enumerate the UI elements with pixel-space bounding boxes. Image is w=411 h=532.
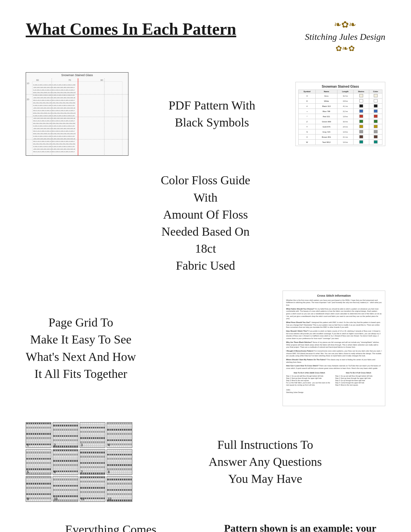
cross-stitch-grid: Snowman Stained Glass // Rendered via in… — [26, 72, 128, 156]
thumb-pattern — [26, 449, 51, 475]
thumb-pattern — [107, 449, 132, 475]
bottom-section: Everything ComesTogether On Last PageWhe… — [26, 521, 385, 532]
thumb-number: 1 — [27, 443, 29, 447]
color-swatch — [359, 115, 363, 118]
svg-text:+X#O+X#O+X#O+X#O+X#O+X#O+X#O+X: +X#O+X#O+X#O+X#O+X#O+X#O+X#O+X#O+X#O+X#O… — [33, 148, 75, 150]
thumbnails-grid: 123456789101112 — [26, 422, 132, 502]
thumb-number: 12 — [108, 497, 111, 501]
last-page-text: Everything ComesTogether On Last PageWhe… — [26, 521, 196, 532]
thumb-cell — [76, 499, 78, 501]
thumbnail: 11 — [80, 476, 105, 502]
floss-row: +Blue 7982.2 m — [299, 109, 382, 114]
thumbnail: 3 — [80, 422, 105, 448]
thumb-number: 3 — [81, 443, 83, 447]
thumb-pattern — [80, 423, 105, 448]
color-swatch — [374, 120, 378, 123]
col-skeins: Skeins — [353, 90, 369, 93]
thumb-pattern — [26, 476, 51, 501]
thumbnail: 9 — [26, 476, 51, 502]
svg-text:+X#O+X#O+X#O+X#O+X#O+X#O+X#O+X: +X#O+X#O+X#O+X#O+X#O+X#O+X#O+X#O+X#O+X#O… — [33, 118, 75, 119]
floss-guide-preview-title: Snowman Stained Glass — [298, 85, 382, 88]
svg-text:X#X+X+#X+X+X#X+X+X#X+X+X#X+X+X: X#X+X+#X+X+X#X+X+X#X+X+X#X+X+X#X+X+X#X+X… — [33, 141, 74, 142]
svg-text:X#X+X+#X+X+X#X+X+X#X+X+X#X+X+X: X#X+X+#X+X+X#X+X+X#X+X+X#X+X+X#X+X+X#X+X… — [33, 130, 74, 132]
floss-row: XEcru3.2 m — [299, 93, 382, 99]
svg-text:80: 80 — [101, 79, 103, 81]
thumbnail: 5 — [26, 449, 51, 475]
thumb-number: 6 — [54, 470, 56, 474]
instructions-fabric: What Fabric Should You Choose? It's my b… — [286, 308, 382, 320]
thumb-cell — [76, 472, 78, 475]
brand-name: Stitching Jules Design — [305, 31, 385, 43]
svg-text:+X#O+X#O+X#O+X#O+X#O+X#O+X#O+X: +X#O+X#O+X#O+X#O+X#O+X#O+X#O+X#O+X#O+X#O… — [33, 128, 75, 129]
instructions-signature: JulesStitching Jules Design — [286, 389, 382, 394]
instructions-mono: I Bought A Monochrome Pattern! For monoc… — [286, 350, 382, 357]
thumbnail: 8 — [107, 449, 132, 475]
svg-text:X+X#X+X+X#X+X+X#X+X+X#X+X+X#X+: X+X#X+X+X#X+X+X#X+X+X#X+X+X#X+X+X#X+X+X#… — [33, 125, 75, 127]
color-swatch — [359, 130, 363, 133]
brand-decoration-top: ❧✿❧ — [334, 19, 356, 30]
col-symbol: Symbol — [299, 90, 316, 93]
page: What Comes In Each Pattern ❧✿❧ Stitching… — [0, 0, 411, 532]
thumb-number: 10 — [54, 497, 57, 501]
floss-row: VBrown 8012.1 m — [299, 135, 382, 140]
half-stitch-col: How To Do A 1/4or (Half) Cross Stitch St… — [286, 372, 333, 387]
color-swatch — [374, 99, 378, 102]
thumb-cell — [130, 472, 132, 475]
floss-table: Symbol Name Length Skeins Color XEcru3.2… — [298, 90, 382, 145]
svg-text:#X#+OX#+OX#+OX#+OX#+OX#+OX#+OX: #X#+OX#+OX#+OX#+OX#+OX#+OX#+OX#+OX#+OX#+… — [33, 123, 75, 124]
floss-row: TGold 6762.5 m — [299, 124, 382, 129]
thumb-number: 2 — [54, 443, 56, 447]
floss-guide-section: Color Floss Guide WithAmount Of FlossNee… — [26, 172, 385, 274]
stitch-guide-columns: How To Do A 1/4or (Half) Cross Stitch St… — [286, 372, 382, 387]
color-swatch — [359, 125, 363, 128]
thumb-cell — [103, 499, 105, 501]
thumb-cell — [130, 499, 132, 501]
svg-text:#OX#+OX#+OX#+OX#O+X#+OX#+OX#+O: #OX#+OX#+OX#+OX#O+X#+OX#+OX#+OX#+OX#+OX#… — [33, 92, 75, 93]
thumbnail: 4 — [107, 422, 132, 448]
color-swatch — [374, 135, 378, 138]
svg-text:#OX#+OX#+OX#+OX#O+X#+OX#+OX#+O: #OX#+OX#+OX#+OX#O+X#+OX#+OX#+OX#+OX#+OX#… — [33, 133, 75, 135]
svg-text:60: 60 — [36, 79, 39, 81]
color-swatch — [374, 94, 378, 97]
svg-text:X+X#X+X+X#X+X+X#X+X+X#X+X+X#X+: X+X#X+X+X#X+X+X#X+X+X#X+X+X#X+X+X#X+X+X#… — [33, 115, 75, 117]
col-length: Length — [337, 90, 353, 93]
svg-text:X+#X+X#X+X+X#X+X+X#X+X+X#X+X+X: X+#X+X#X+X+X#X+X+X#X+X+X#X+X+X#X+X+X#X+X… — [33, 89, 74, 91]
full-instructions-text: Full Instructions ToAnswer Any Questions… — [145, 436, 385, 488]
instructions-stitch: How Should I Stitch This? If you prefer … — [286, 330, 382, 340]
thumb-number: 5 — [27, 470, 29, 474]
instructions-doc-title: Cross Stitch Information — [286, 294, 382, 297]
thumbnail: 12 — [107, 476, 132, 502]
svg-text:X+X#X+X+X#X+X+X#X+X+X#X+X+X#X+: X+X#X+X+X#X+X+X#X+X+X#X+X+X#X+X+X#X+X+X#… — [33, 84, 75, 86]
grid-svg: // Rendered via inline patterns 10 20 60… — [26, 78, 128, 155]
instructions-doc: Cross Stitch Information Whether this is… — [283, 291, 385, 406]
full-stitch-steps: Step 1: Go up and add floss through bott… — [335, 375, 382, 386]
svg-text:#X#+OX#+OX#+OX#+OX#+OX#+OX#+OX: #X#+OX#+OX#+OX#+OX#+OX#+OX#+OX#+OX#+OX#+… — [33, 102, 75, 104]
thumb-number: 8 — [108, 470, 110, 474]
thumb-number: 4 — [108, 443, 110, 447]
floss-guide-preview: Snowman Stained Glass Symbol Name Length… — [295, 82, 385, 146]
color-swatch — [359, 94, 363, 97]
color-swatch — [359, 120, 363, 123]
half-stitch-steps: Step 1: Go up and add floss through bott… — [286, 375, 333, 386]
instructions-learn: How Can I Learn How To Cross Stitch? The… — [286, 365, 382, 370]
thumb-cell — [49, 472, 51, 475]
pdf-pattern-text: PDF Pattern WithBlack Symbols — [141, 97, 283, 131]
color-swatch — [374, 104, 378, 108]
floss-row: #Black 3104.1 m — [299, 104, 382, 109]
thumb-number: 9 — [27, 497, 29, 501]
thumbnail: 10 — [53, 476, 78, 502]
page-grid-text: Page Grid ToMake It Easy To SeeWhat's Ne… — [26, 314, 136, 382]
grid-title: Snowman Stained Glass — [26, 73, 128, 78]
thumb-pattern — [53, 449, 78, 475]
instructions-floss: What Floss Should You Use? I designed th… — [286, 321, 382, 329]
instructions-intro: Whether this is the first cross stitch p… — [286, 299, 382, 307]
thumb-cell — [49, 445, 51, 448]
thumb-cell — [49, 499, 51, 501]
svg-text:#OX#+OX#+OX#+OX#O+X#+OX#+OX#+O: #OX#+OX#+OX#+OX#O+X#+OX#+OX#+OX#+OX#+OX#… — [33, 112, 75, 114]
color-swatch — [374, 130, 378, 133]
thumb-pattern — [53, 423, 78, 448]
instructions-black: Why Are There Black Stitches? Some of my… — [286, 341, 382, 349]
svg-text:X+X#X+X+X#X+X+X#X+X+X#X+X+X#X+: X+X#X+X+X#X+X+X#X+X+X#X+X+X#X+X+X#X+X+X#… — [33, 146, 75, 147]
svg-text:70: 70 — [68, 79, 71, 81]
col-name: Name — [316, 90, 337, 93]
